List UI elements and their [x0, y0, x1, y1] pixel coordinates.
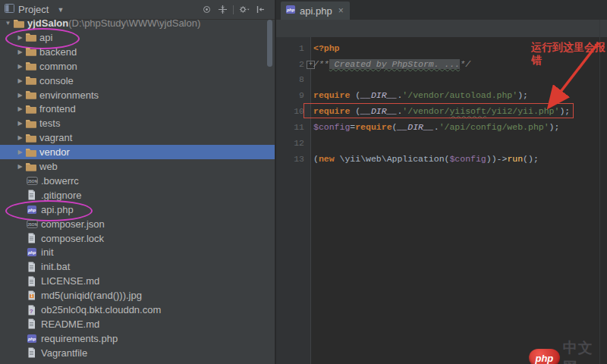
project-view-selector[interactable]: Project ▼ — [0, 4, 64, 15]
folder-icon — [25, 132, 38, 143]
collapsed-arrow-icon[interactable]: ▶ — [15, 77, 25, 84]
text-file-icon — [27, 190, 39, 201]
project-scrollbar-thumb[interactable] — [267, 20, 272, 67]
project-window-icon — [5, 4, 14, 15]
editor-pane: php api.php × 1<?php2+/** Created by Php… — [276, 0, 607, 364]
tree-item-label: .bowerrc — [41, 175, 79, 187]
tree-item-label: tests — [39, 118, 60, 129]
tree-item-label: vendor — [39, 146, 70, 158]
tree-row-composer.json[interactable]: JSONcomposer.json — [0, 217, 294, 231]
collapse-all-icon[interactable] — [217, 5, 228, 15]
locate-icon[interactable] — [201, 5, 212, 15]
tree-item-label: README.md — [41, 318, 99, 330]
collapsed-arrow-icon[interactable]: ▶ — [15, 134, 25, 141]
tree-row-tests[interactable]: ▶tests — [0, 116, 282, 130]
tree-item-label: md5(uniqid(rand())).jpg — [41, 290, 142, 301]
collapsed-arrow-icon[interactable]: ▶ — [15, 49, 25, 55]
tree-item-label: common — [39, 61, 77, 72]
tree-row-.gitignore[interactable]: .gitignore — [0, 188, 294, 202]
tree-row-backend[interactable]: ▶backend — [0, 45, 282, 59]
tree-item-label: .gitignore — [41, 190, 81, 201]
tree-row-frontend[interactable]: ▶frontend — [0, 102, 282, 116]
line-number: 13 — [276, 154, 304, 164]
code-text: /** Created by PhpStorm. ...*/ — [313, 59, 470, 69]
tree-row-api.php[interactable]: phpapi.php — [0, 202, 294, 217]
collapsed-arrow-icon[interactable]: ▶ — [15, 63, 25, 70]
svg-text:php: php — [27, 337, 36, 341]
text-file-icon — [27, 318, 39, 330]
php-cn-watermark: php 中文网 — [529, 338, 607, 364]
tree-row-console[interactable]: ▶console — [0, 74, 282, 88]
tree-row-vagrant[interactable]: ▶vagrant — [0, 130, 282, 145]
tree-item-label: init — [41, 246, 54, 258]
svg-text:?: ? — [30, 307, 33, 314]
code-text: require (__DIR__.'/vendor/yiisoft/yii2/y… — [313, 106, 570, 116]
code-line-10: 10require (__DIR__.'/vendor/yiisoft/yii2… — [276, 103, 607, 119]
line-number: 8 — [276, 74, 304, 84]
line-number: 10 — [276, 106, 304, 116]
chevron-down-icon: ▼ — [57, 6, 64, 14]
toolbar-divider — [233, 5, 234, 14]
collapsed-arrow-icon[interactable]: ▶ — [15, 163, 25, 170]
unknown-file-icon: ? — [27, 304, 39, 315]
folder-icon — [25, 89, 38, 101]
collapsed-arrow-icon[interactable]: ▶ — [15, 105, 25, 112]
collapsed-arrow-icon[interactable]: ▶ — [15, 120, 25, 127]
code-area[interactable]: 1<?php2+/** Created by PhpStorm. ...*/89… — [276, 0, 607, 364]
tree-item-label: environments — [39, 89, 99, 101]
folder-icon — [25, 146, 38, 158]
folder-icon — [25, 161, 38, 172]
tree-row-common[interactable]: ▶common — [0, 59, 282, 74]
collapsed-arrow-icon[interactable]: ▶ — [15, 34, 25, 41]
tree-row-requirements.php[interactable]: phprequirements.php — [0, 331, 294, 346]
watermark-text: 中文网 — [563, 338, 607, 364]
tree-row-init.bat[interactable]: init.bat — [0, 259, 294, 274]
tree-row-license.md[interactable]: LICENSE.md — [0, 274, 294, 288]
tree-row-init[interactable]: phpinit — [0, 245, 294, 259]
tree-row-composer.lock[interactable]: composer.lock — [0, 231, 294, 246]
tree-item-label: init.bat — [41, 261, 70, 272]
code-text: <?php — [313, 43, 340, 53]
hide-panel-icon[interactable] — [255, 5, 266, 15]
collapsed-arrow-icon[interactable]: ▶ — [15, 92, 25, 99]
project-tree: ▼yjdSalon (D:\phpStudy\WWW\yjdSalon)▶api… — [0, 19, 275, 364]
tree-item-label: frontend — [39, 103, 76, 115]
tree-row-readme.md[interactable]: README.md — [0, 317, 294, 331]
project-panel: Project ▼ ▼yjdSalon (D:\phpStudy\WWW\ — [0, 0, 275, 364]
json-file-icon: JSON — [27, 175, 39, 187]
editor-right-stripe — [599, 20, 600, 364]
expanded-arrow-icon[interactable]: ▼ — [3, 20, 13, 27]
svg-text:JSON: JSON — [27, 179, 37, 183]
image-file-icon: 1 — [27, 290, 39, 301]
php-logo: php — [529, 349, 560, 364]
tree-row-vendor[interactable]: ▶vendor — [0, 145, 282, 159]
collapsed-arrow-icon[interactable]: ▶ — [15, 149, 25, 155]
settings-gear-icon[interactable] — [239, 5, 250, 15]
svg-text:php: php — [27, 250, 36, 255]
tree-row-md5-uniqid-rand-.jpg[interactable]: 1md5(uniqid(rand())).jpg — [0, 288, 294, 303]
tree-row-web[interactable]: ▶web — [0, 159, 282, 174]
svg-text:JSON: JSON — [27, 222, 37, 226]
code-line-11: 11$config=require(__DIR__.'/api/config/w… — [276, 119, 607, 135]
folder-icon — [25, 118, 38, 129]
tree-row-environments[interactable]: ▶environments — [0, 88, 282, 102]
text-file-icon — [27, 261, 39, 272]
text-file-icon — [27, 233, 39, 244]
folder-icon — [25, 75, 38, 86]
tree-row-yjdsalon[interactable]: ▼yjdSalon (D:\phpStudy\WWW\yjdSalon) — [0, 16, 270, 30]
folder-icon — [25, 46, 38, 58]
line-number: 2 — [276, 59, 304, 69]
tree-row-api[interactable]: ▶api — [0, 30, 282, 45]
tree-item-label: console — [39, 75, 74, 86]
tree-item-label: api — [39, 32, 52, 43]
folder-icon — [13, 17, 26, 29]
code-line-1: 1<?php — [276, 40, 607, 56]
tree-row-ob25nlc0q.bkt.clouddn.com[interactable]: ?ob25nlc0q.bkt.clouddn.com — [0, 303, 294, 317]
code-text: require (__DIR__.'/vendor/autoload.php')… — [313, 90, 528, 100]
code-text: $config=require(__DIR__.'/api/config/web… — [313, 122, 559, 132]
panel-title: Project — [18, 4, 49, 15]
tree-row-vagrantfile[interactable]: Vagrantfile — [0, 346, 294, 360]
tree-item-label: ob25nlc0q.bkt.clouddn.com — [41, 304, 161, 315]
text-file-icon — [27, 275, 39, 287]
tree-row-.bowerrc[interactable]: JSON.bowerrc — [0, 174, 294, 188]
